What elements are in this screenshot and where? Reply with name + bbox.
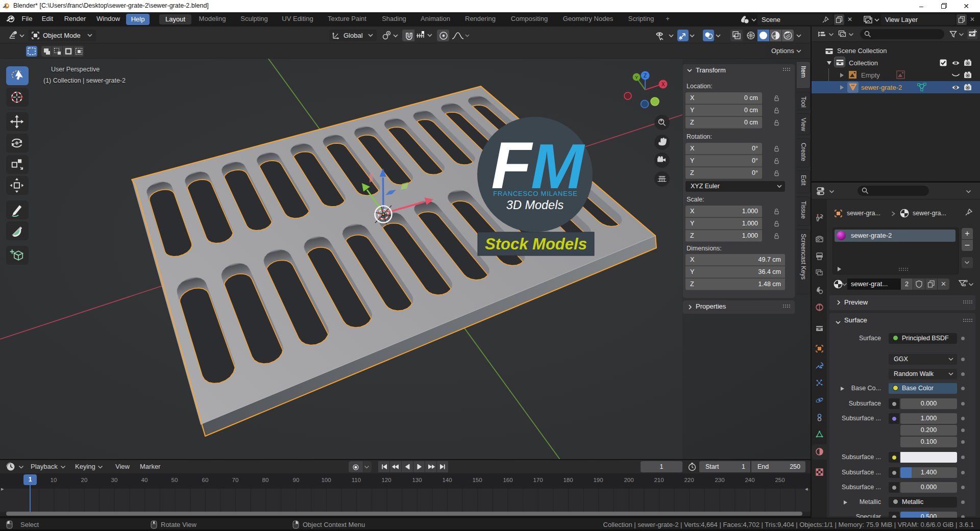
svg-text:Stock Models: Stock Models [485, 235, 587, 253]
svg-text:FRANCESCO MILANESE: FRANCESCO MILANESE [493, 190, 577, 197]
svg-text:X: X [662, 82, 665, 87]
svg-text:Z: Z [644, 73, 647, 79]
svg-text:3D Models: 3D Models [506, 198, 564, 212]
svg-text:Y: Y [635, 75, 638, 80]
